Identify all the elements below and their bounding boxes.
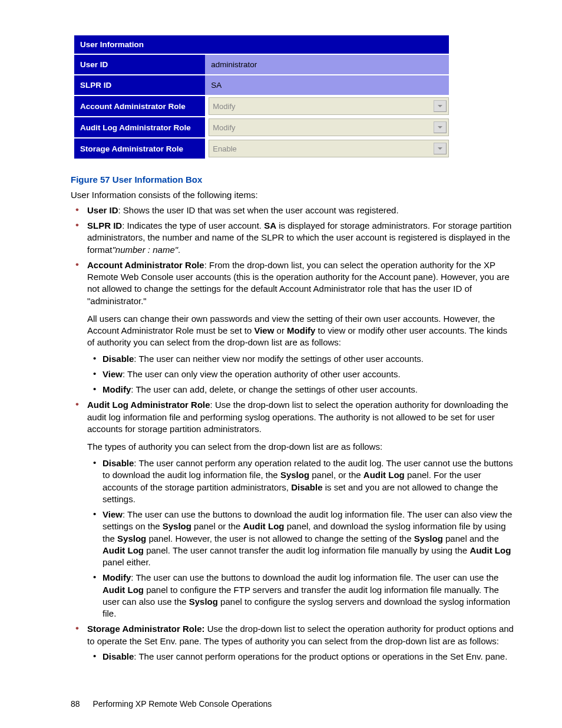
- audit-sub-modify: Modify: The user can use the buttons to …: [95, 572, 515, 620]
- row-label-storage-role: Storage Administrator Role: [74, 137, 205, 159]
- figure-title: Figure 57 User Information Box: [71, 174, 515, 186]
- acct-role-dropdown[interactable]: Modify: [209, 97, 449, 115]
- chevron-down-icon[interactable]: [434, 100, 447, 112]
- storage-sub-disable: Disable: The user cannot perform operati…: [95, 651, 515, 663]
- bullet-acct-role: Account Administrator Role: From the dro…: [81, 259, 515, 396]
- intro-text: User Information consists of the followi…: [71, 189, 515, 201]
- bullet-storage-role: Storage Administrator Role: Use the drop…: [81, 623, 515, 663]
- audit-role-para: The types of authority you can select fr…: [87, 441, 515, 453]
- audit-sub-disable: Disable: The user cannot perform any ope…: [95, 457, 515, 505]
- acct-sub-disable: Disable: The user can neither view nor m…: [95, 353, 515, 365]
- acct-sub-modify: Modify: The user can add, delete, or cha…: [95, 384, 515, 396]
- row-value-slpr-id: SA: [205, 74, 449, 95]
- page-footer: 88 Performing XP Remote Web Console Oper…: [71, 699, 515, 709]
- row-label-user-id: User ID: [74, 54, 205, 74]
- acct-sub-view: View: The user can only view the operati…: [95, 368, 515, 380]
- storage-role-value: Enable: [213, 144, 236, 153]
- storage-role-dropdown[interactable]: Enable: [209, 140, 449, 157]
- bullet-audit-role: Audit Log Administrator Role: Use the dr…: [81, 399, 515, 620]
- bullet-slpr-id: SLPR ID: Indicates the type of user acco…: [81, 220, 515, 256]
- row-value-user-id: administrator: [205, 54, 449, 74]
- acct-role-value: Modify: [213, 102, 235, 111]
- row-label-slpr-id: SLPR ID: [74, 74, 205, 95]
- section-title: Performing XP Remote Web Console Operati…: [92, 699, 272, 709]
- panel-header: User Information: [74, 35, 449, 54]
- chevron-down-icon[interactable]: [434, 143, 447, 154]
- bullet-user-id: User ID: Shows the user ID that was set …: [81, 205, 515, 216]
- row-label-acct-role: Account Administrator Role: [74, 95, 205, 116]
- audit-role-value: Modify: [213, 123, 235, 132]
- user-information-box: User Information User ID administrator S…: [74, 35, 449, 159]
- chevron-down-icon[interactable]: [434, 121, 447, 133]
- row-label-audit-role: Audit Log Administrator Role: [74, 116, 205, 137]
- acct-role-para: All users can change their own passwords…: [87, 313, 515, 348]
- audit-role-dropdown[interactable]: Modify: [209, 118, 449, 136]
- audit-sub-view: View: The user can use the buttons to do…: [95, 509, 515, 568]
- page-number: 88: [71, 699, 80, 709]
